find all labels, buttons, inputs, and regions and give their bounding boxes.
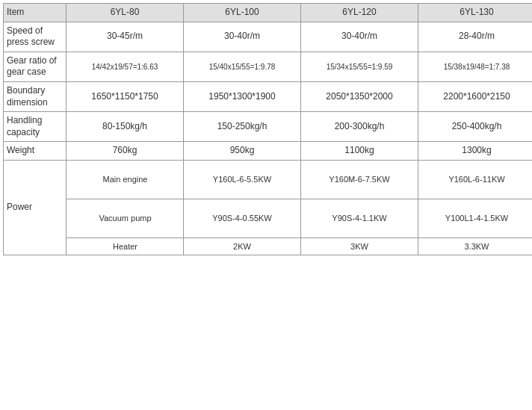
label-heater: Heater [66, 237, 184, 255]
row-weight: Weight 760kg 950kg 1100kg 1300kg [4, 142, 533, 161]
label-gear: Gear ratio of gear case [4, 52, 66, 81]
boundary-v4: 2200*1600*2150 [418, 81, 533, 111]
vacuum-v1: Y90S-4-0.55KW [184, 199, 301, 237]
row-gear: Gear ratio of gear case 14/42x19/57=1:6.… [4, 52, 533, 81]
header-col4: 6YL-130 [418, 4, 533, 22]
boundary-v3: 2050*1350*2000 [301, 81, 418, 111]
header-col3: 6YL-120 [301, 4, 418, 22]
row-boundary: Boundary dimension 1650*1150*1750 1950*1… [4, 81, 533, 111]
vacuum-v3: Y100L1-4-1.5KW [418, 199, 533, 237]
gear-v2: 15/40x15/55=1:9.78 [184, 52, 301, 81]
boundary-v1: 1650*1150*1750 [66, 81, 184, 111]
handling-v2: 150-250kg/h [184, 112, 301, 142]
weight-v1: 760kg [66, 142, 184, 161]
label-weight: Weight [4, 142, 66, 161]
heater-v2: 3KW [301, 237, 418, 255]
heater-v1: 2KW [184, 237, 301, 255]
label-speed: Speed of press screw [4, 22, 66, 52]
row-main-engine: Power Main engine Y160L-6-5.5KW Y160M-6-… [4, 160, 533, 199]
weight-v4: 1300kg [418, 142, 533, 161]
header-item: Item [4, 4, 66, 22]
row-speed: Speed of press screw 30-45r/m 30-40r/m 3… [4, 22, 533, 52]
main-v2: Y160M-6-7.5KW [301, 160, 418, 199]
table-wrapper: Item 6YL-80 6YL-100 6YL-120 6YL-130 Spee… [0, 0, 532, 258]
label-boundary: Boundary dimension [4, 81, 66, 111]
handling-v4: 250-400kg/h [418, 112, 533, 142]
gear-v3: 15/34x15/55=1:9.59 [301, 52, 418, 81]
weight-v3: 1100kg [301, 142, 418, 161]
weight-v2: 950kg [184, 142, 301, 161]
header-col2: 6YL-100 [184, 4, 301, 22]
main-v1: Y160L-6-5.5KW [184, 160, 301, 199]
header-col1: 6YL-80 [66, 4, 184, 22]
row-vacuum-pump: Vacuum pump Y90S-4-0.55KW Y90S-4-1.1KW Y… [4, 199, 533, 237]
heater-v3: 3.3KW [418, 237, 533, 255]
main-v3: Y160L-6-11KW [418, 160, 533, 199]
header-row: Item 6YL-80 6YL-100 6YL-120 6YL-130 [4, 4, 533, 22]
label-power: Power [4, 160, 66, 255]
row-heater: Heater 2KW 3KW 3.3KW 3.8KW [4, 237, 533, 255]
row-handling: Handling capacity 80-150kg/h 150-250kg/h… [4, 112, 533, 142]
handling-v3: 200-300kg/h [301, 112, 418, 142]
speed-v1: 30-45r/m [66, 22, 184, 52]
handling-v1: 80-150kg/h [66, 112, 184, 142]
speed-v2: 30-40r/m [184, 22, 301, 52]
boundary-v2: 1950*1300*1900 [184, 81, 301, 111]
specs-table: Item 6YL-80 6YL-100 6YL-120 6YL-130 Spee… [3, 3, 532, 255]
label-handling: Handling capacity [4, 112, 66, 142]
speed-v3: 30-40r/m [301, 22, 418, 52]
gear-v1: 14/42x19/57=1:6.63 [66, 52, 184, 81]
gear-v4: 15/38x19/48=1:7.38 [418, 52, 533, 81]
speed-v4: 28-40r/m [418, 22, 533, 52]
label-vacuum-pump: Vacuum pump [66, 199, 184, 237]
label-main-engine: Main engine [66, 160, 184, 199]
vacuum-v2: Y90S-4-1.1KW [301, 199, 418, 237]
